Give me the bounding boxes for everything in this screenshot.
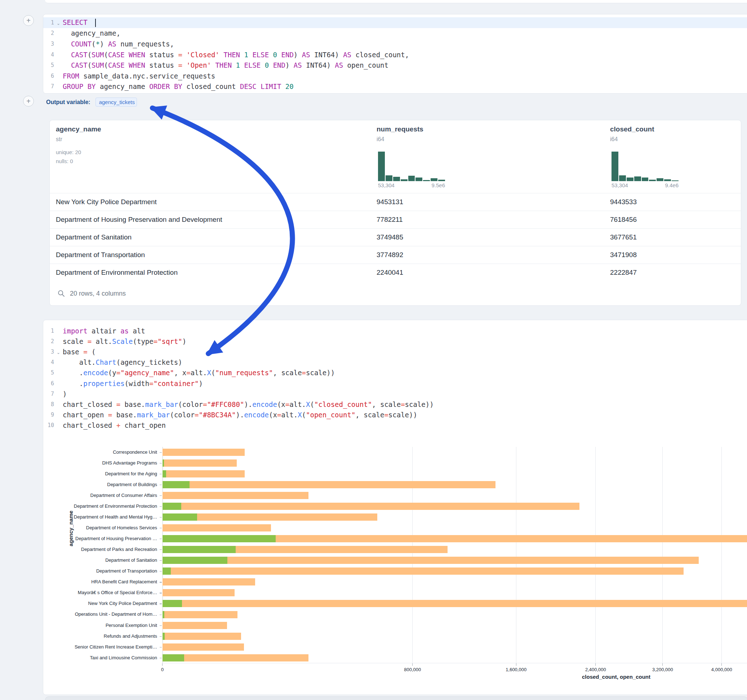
open-count-bar[interactable] <box>163 513 198 520</box>
closed-count-bar[interactable] <box>163 459 237 467</box>
fold-spacer <box>54 414 63 416</box>
open-count-bar[interactable] <box>163 470 166 477</box>
histogram-bar <box>656 178 664 181</box>
histogram-bar <box>619 175 626 181</box>
line-number: 4 <box>43 359 54 365</box>
output-variable-chip[interactable]: agency_tickets <box>95 98 137 107</box>
code-line[interactable]: 8chart_closed = base.mark_bar(color="#FF… <box>43 399 747 409</box>
sql-cell: 1⌄SELECT 2 agency_name,3 COUNT(*) AS num… <box>43 14 747 94</box>
y-axis-label: Department of Housing Preservation … <box>57 533 157 544</box>
code-line[interactable]: 5 CAST(SUM(CASE WHEN status = 'Open' THE… <box>43 60 747 71</box>
closed-count-bar[interactable] <box>163 578 255 585</box>
closed-count-histogram-labels: 53,304 9.4e6 <box>611 182 679 188</box>
histogram-bar <box>431 178 437 181</box>
code-line[interactable]: 2 agency_name, <box>43 28 747 39</box>
y-axis-tick <box>160 506 162 507</box>
open-count-bar[interactable] <box>163 459 164 467</box>
code-line[interactable]: 1import altair as alt <box>43 326 747 336</box>
code-line[interactable]: 6FROM sample_data.nyc.service_requests <box>43 71 747 81</box>
closed-count-bar[interactable] <box>163 524 271 531</box>
code-line[interactable]: 3⌄base = ( <box>43 346 747 357</box>
open-count-bar[interactable] <box>163 611 164 618</box>
y-axis-tick <box>160 647 162 647</box>
fold-chevron-icon[interactable]: ⌄ <box>54 348 63 355</box>
code-text: agency_name, <box>63 29 120 37</box>
code-text: ) <box>63 390 67 398</box>
table-cell: 9453131 <box>377 198 403 206</box>
closed-count-bar[interactable] <box>163 600 747 607</box>
histogram-bar <box>611 152 618 181</box>
y-axis-label: Department of Environmental Protection <box>57 501 157 512</box>
open-count-bar[interactable] <box>163 503 181 510</box>
num-requests-histogram <box>378 152 445 181</box>
search-icon[interactable] <box>57 290 65 297</box>
y-axis-tick <box>160 549 162 550</box>
open-count-bar[interactable] <box>163 535 276 542</box>
gridline <box>412 447 413 663</box>
fold-spacer <box>54 54 63 56</box>
line-number: 10 <box>43 422 54 428</box>
histogram-bar <box>378 152 385 181</box>
y-axis-label: Mayorâ€ s Office of Special Enforce… <box>57 587 157 598</box>
histogram-max-label: 9.5e6 <box>431 182 445 188</box>
fold-spacer <box>54 43 63 45</box>
add-cell-button-middle[interactable]: + <box>23 96 34 107</box>
add-cell-button-top[interactable]: + <box>23 15 34 26</box>
closed-count-bar[interactable] <box>163 492 309 499</box>
code-line[interactable]: 4 alt.Chart(agency_tickets) <box>43 357 747 368</box>
python-code-editor[interactable]: 1import altair as alt2scale = alt.Scale(… <box>43 326 747 431</box>
table-cell: 7618456 <box>610 216 637 223</box>
closed-count-bar[interactable] <box>163 503 579 510</box>
column-type-agency-name: str <box>56 136 62 143</box>
y-axis-label: Department for the Aging <box>57 468 157 479</box>
table-cell: 2240041 <box>377 269 403 276</box>
table-row: Department of Transportation377489234719… <box>50 246 741 264</box>
closed-count-bar[interactable] <box>163 589 235 596</box>
closed-count-bar[interactable] <box>163 557 699 564</box>
y-axis-label: Refunds and Adjustments <box>57 631 157 642</box>
open-count-bar[interactable] <box>163 557 227 564</box>
table-cell: 3677651 <box>610 233 637 241</box>
code-line[interactable]: 1⌄SELECT <box>43 17 747 28</box>
code-line[interactable]: 7GROUP BY agency_name ORDER BY closed_co… <box>43 81 747 92</box>
column-header-num-requests[interactable]: num_requests <box>377 125 423 133</box>
y-axis-label: Personal Exemption Unit <box>57 620 157 631</box>
closed-count-bar[interactable] <box>163 481 496 488</box>
closed-count-bar[interactable] <box>163 622 227 629</box>
closed-count-bar[interactable] <box>163 654 309 661</box>
open-count-bar[interactable] <box>163 481 189 488</box>
column-header-agency-name[interactable]: agency_name <box>56 125 101 133</box>
line-number: 3 <box>43 41 54 47</box>
sql-code-editor[interactable]: 1⌄SELECT 2 agency_name,3 COUNT(*) AS num… <box>43 17 747 92</box>
closed-count-bar[interactable] <box>163 449 245 456</box>
fold-chevron-icon[interactable]: ⌄ <box>54 20 63 26</box>
y-axis-tick <box>160 615 162 615</box>
code-text: .properties(width="container") <box>63 380 203 388</box>
code-line[interactable]: 3 COUNT(*) AS num_requests, <box>43 39 747 49</box>
fold-spacer <box>54 65 63 66</box>
closed-count-bar[interactable] <box>163 567 683 575</box>
open-count-bar[interactable] <box>163 654 184 661</box>
closed-count-bar[interactable] <box>163 470 245 477</box>
closed-count-bar[interactable] <box>163 643 244 651</box>
x-axis-tick-label: 2,400,000 <box>570 667 621 672</box>
x-axis-tick-label: 1,600,000 <box>491 667 541 672</box>
y-axis-tick <box>160 539 162 539</box>
row-count-text: 20 rows, 4 columns <box>70 290 126 297</box>
closed-count-bar[interactable] <box>163 633 241 640</box>
closed-count-bar[interactable] <box>163 611 238 618</box>
code-line[interactable]: 6 .properties(width="container") <box>43 378 747 389</box>
code-line[interactable]: 7) <box>43 389 747 399</box>
results-table: agency_name str unique: 20 nulls: 0 num_… <box>49 120 741 306</box>
code-line[interactable]: 5 .encode(y="agency_name", x=alt.X("num_… <box>43 368 747 378</box>
code-line[interactable]: 2scale = alt.Scale(type="sqrt") <box>43 336 747 346</box>
open-count-bar[interactable] <box>163 600 182 607</box>
open-count-bar[interactable] <box>163 567 171 575</box>
open-count-bar[interactable] <box>163 633 165 640</box>
code-line[interactable]: 4 CAST(SUM(CASE WHEN status = 'Closed' T… <box>43 49 747 60</box>
open-count-bar[interactable] <box>163 546 236 553</box>
table-cell: New York City Police Department <box>56 198 157 206</box>
code-line[interactable]: 10chart_closed + chart_open <box>43 420 747 431</box>
column-header-closed-count[interactable]: closed_count <box>610 125 654 133</box>
code-line[interactable]: 9chart_open = base.mark_bar(color="#8BC3… <box>43 410 747 420</box>
